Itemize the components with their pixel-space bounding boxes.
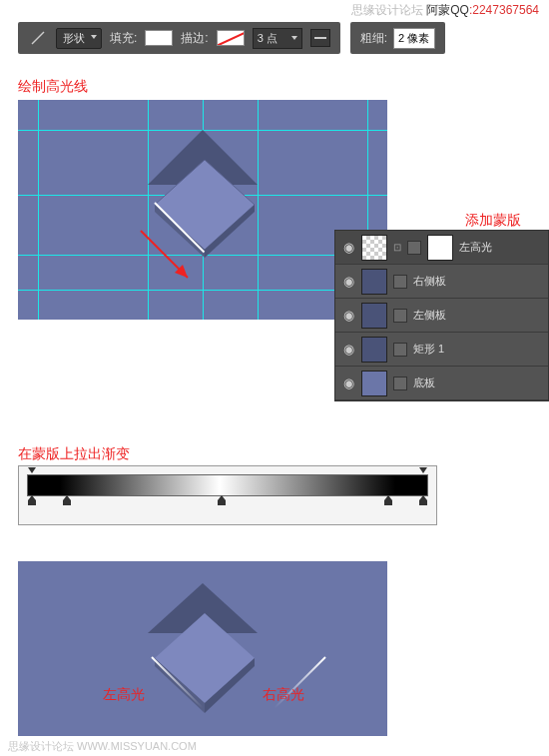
label-right-highlight: 右高光 — [263, 686, 304, 704]
guide-vertical — [38, 100, 39, 320]
opacity-stop[interactable] — [419, 467, 427, 475]
thickness-input[interactable]: 2 像素 — [393, 28, 435, 49]
thickness-label: 粗细: — [360, 30, 387, 47]
canvas-with-guides — [18, 100, 387, 320]
stroke-swatch[interactable] — [217, 30, 245, 46]
svg-marker-7 — [155, 613, 255, 703]
layer-thumb[interactable] — [361, 269, 387, 295]
author-name: 阿蒙 — [426, 3, 450, 17]
color-stop[interactable] — [419, 495, 427, 505]
vector-mask-icon[interactable] — [407, 241, 421, 255]
vector-mask-icon[interactable] — [393, 275, 407, 289]
layers-panel: ◉ ⊡ 左高光 ◉ 右侧板 ◉ 左侧板 ◉ 矩形 1 ◉ 底板 — [334, 230, 549, 401]
layer-mask-thumb[interactable] — [427, 235, 453, 261]
color-stop[interactable] — [384, 495, 392, 505]
visibility-icon[interactable]: ◉ — [341, 309, 355, 323]
visibility-icon[interactable]: ◉ — [341, 377, 355, 390]
fill-swatch[interactable] — [145, 30, 173, 46]
line-tool-icon[interactable] — [28, 28, 48, 48]
svg-line-0 — [32, 32, 44, 44]
stroke-width-input[interactable]: 3 点 — [253, 28, 302, 49]
options-bar: 形状 填充: 描边: 3 点 粗细: 2 像素 — [18, 22, 445, 54]
visibility-icon[interactable]: ◉ — [341, 275, 355, 289]
stroke-label: 描边: — [181, 30, 208, 47]
layer-row[interactable]: ◉ 矩形 1 — [335, 333, 548, 367]
layer-name: 底板 — [413, 376, 435, 390]
qq-number: :2247367564 — [469, 3, 539, 17]
gradient-bar[interactable] — [27, 474, 428, 496]
label-left-highlight: 左高光 — [103, 686, 145, 704]
gradient-editor[interactable] — [18, 465, 437, 525]
layer-name: 矩形 1 — [413, 342, 444, 357]
opacity-stop[interactable] — [28, 467, 36, 475]
annotation-arrow — [133, 223, 213, 307]
annotation-draw-highlight: 绘制高光线 — [18, 78, 88, 96]
layer-thumb[interactable] — [361, 303, 387, 329]
vector-mask-icon[interactable] — [393, 343, 407, 357]
layer-row-left-highlight[interactable]: ◉ ⊡ 左高光 — [335, 231, 548, 265]
layer-row[interactable]: ◉ 左侧板 — [335, 299, 548, 333]
annotation-add-mask: 添加蒙版 — [465, 212, 521, 230]
watermark-top: 思缘设计论坛 阿蒙QQ:2247367564 — [351, 2, 539, 19]
layer-row[interactable]: ◉ 底板 — [335, 367, 548, 400]
link-icon[interactable]: ⊡ — [393, 242, 401, 253]
canvas-result: 左高光 右高光 — [18, 561, 387, 736]
visibility-icon[interactable]: ◉ — [341, 241, 355, 255]
shape-mode-dropdown[interactable]: 形状 — [56, 28, 102, 49]
layer-thumb[interactable] — [361, 371, 387, 396]
color-stop[interactable] — [28, 495, 36, 505]
color-stop[interactable] — [218, 495, 226, 505]
layer-name: 右侧板 — [413, 274, 446, 289]
layer-name: 左侧板 — [413, 308, 446, 323]
stroke-options-button[interactable] — [310, 29, 330, 47]
footer-watermark: 思缘设计论坛 WWW.MISSYUAN.COM — [8, 739, 197, 754]
thickness-group: 粗细: 2 像素 — [350, 22, 445, 54]
layer-thumb[interactable] — [361, 337, 387, 363]
vector-mask-icon[interactable] — [393, 309, 407, 323]
color-stop[interactable] — [63, 495, 71, 505]
vector-mask-icon[interactable] — [393, 377, 407, 390]
options-bar-main: 形状 填充: 描边: 3 点 — [18, 22, 340, 54]
visibility-icon[interactable]: ◉ — [341, 343, 355, 357]
qq-label: QQ — [450, 3, 469, 17]
layer-name: 左高光 — [459, 240, 492, 255]
fill-label: 填充: — [110, 30, 137, 47]
annotation-gradient: 在蒙版上拉出渐变 — [18, 445, 130, 463]
layer-row[interactable]: ◉ 右侧板 — [335, 265, 548, 299]
diamond-shape — [145, 603, 265, 727]
layer-thumb[interactable] — [361, 235, 387, 261]
